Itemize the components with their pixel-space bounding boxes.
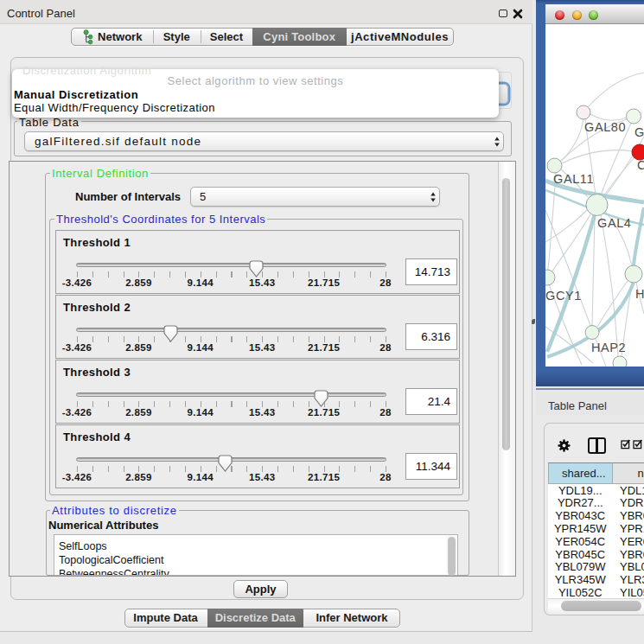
svg-text:GAL80: GAL80 [584,120,626,134]
svg-text:GCY1: GCY1 [545,289,582,303]
svg-text:GAL11: GAL11 [553,172,594,186]
svg-text:GA: GA [634,125,644,139]
svg-text:H: H [635,287,644,301]
svg-text:C: C [637,158,644,172]
svg-text:HAP2: HAP2 [591,341,626,354]
svg-text:GAL4: GAL4 [597,216,631,230]
